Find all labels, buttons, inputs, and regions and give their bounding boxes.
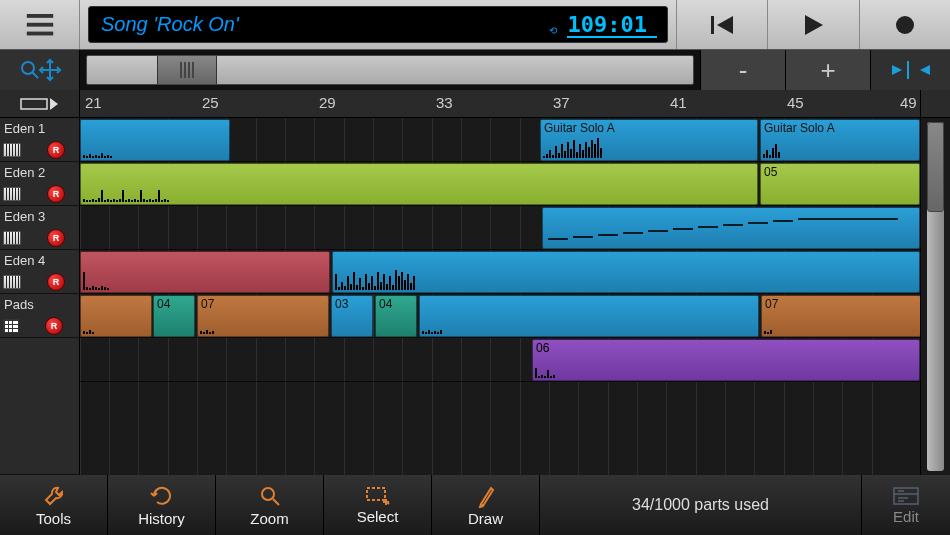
ruler-scroll-gap (920, 90, 950, 118)
clip[interactable]: 07 (197, 295, 329, 337)
svg-rect-3 (711, 16, 714, 34)
svg-rect-1 (26, 22, 52, 26)
track-header[interactable]: Eden 4 R (0, 250, 80, 294)
history-button[interactable]: History (108, 475, 216, 535)
svg-marker-5 (805, 15, 823, 35)
play-button[interactable] (767, 0, 858, 49)
clip[interactable]: 05 (760, 163, 920, 205)
svg-marker-15 (50, 98, 58, 110)
track-header[interactable]: Eden 1 R (0, 118, 80, 162)
svg-rect-18 (367, 488, 385, 500)
ruler-tick: 41 (670, 94, 687, 111)
draw-button[interactable]: Draw (432, 475, 540, 535)
record-arm-badge[interactable]: R (47, 141, 65, 159)
clip[interactable] (419, 295, 759, 337)
zoom-out-button[interactable]: - (700, 50, 785, 90)
split-view-button[interactable] (870, 50, 950, 90)
clip[interactable] (542, 207, 920, 249)
clip[interactable]: 06 (532, 339, 920, 381)
ruler-tick: 45 (787, 94, 804, 111)
svg-marker-4 (717, 16, 733, 34)
keyboard-icon (3, 275, 21, 289)
vertical-scrollbar[interactable] (920, 118, 950, 475)
record-arm-badge[interactable]: R (47, 185, 65, 203)
svg-rect-2 (26, 31, 52, 35)
svg-rect-23 (894, 488, 918, 504)
clip[interactable]: 04 (375, 295, 417, 337)
svg-line-17 (273, 499, 279, 505)
track-header-empty (0, 338, 80, 475)
scrollbar-thumb[interactable] (927, 122, 944, 212)
clip[interactable] (80, 251, 330, 293)
ruler-corner[interactable] (0, 90, 80, 118)
track-headers: Eden 1 R Eden 2 R Eden 3 R Eden 4 R Pads… (0, 118, 80, 475)
rewind-button[interactable] (676, 0, 767, 49)
keyboard-icon (3, 187, 21, 201)
svg-marker-11 (892, 65, 902, 75)
clip[interactable] (80, 119, 230, 161)
track-header[interactable]: Eden 2 R (0, 162, 80, 206)
song-display[interactable]: Song 'Rock On' ⟲ 109:01 (88, 6, 668, 43)
clip[interactable] (332, 251, 920, 293)
clip[interactable] (80, 295, 152, 337)
svg-point-6 (896, 16, 914, 34)
clip[interactable] (80, 163, 758, 205)
ruler-tick: 21 (85, 94, 102, 111)
song-title: Song 'Rock On' (101, 13, 239, 36)
edit-button[interactable]: Edit (862, 475, 950, 535)
ruler-tick: 25 (202, 94, 219, 111)
pads-icon (3, 319, 19, 333)
clip[interactable]: Guitar Solo A (760, 119, 920, 161)
status-text: 34/1000 parts used (540, 475, 862, 535)
record-button[interactable] (859, 0, 950, 49)
track-header[interactable]: Pads R (0, 294, 80, 338)
zoom-pan-tool[interactable] (0, 50, 80, 90)
clip[interactable]: 03 (331, 295, 373, 337)
svg-line-8 (32, 72, 38, 78)
record-arm-badge[interactable]: R (47, 273, 65, 291)
record-arm-badge[interactable]: R (45, 317, 63, 335)
track-header[interactable]: Eden 3 R (0, 206, 80, 250)
ruler-tick: 37 (553, 94, 570, 111)
svg-rect-14 (21, 99, 47, 109)
keyboard-icon (3, 231, 21, 245)
clip[interactable]: 07 (761, 295, 920, 337)
zoom-in-button[interactable]: + (785, 50, 870, 90)
song-position: 109:01 (568, 12, 655, 37)
menu-button[interactable] (0, 0, 80, 49)
ruler-tick: 49 (900, 94, 917, 111)
select-button[interactable]: Select (324, 475, 432, 535)
timeline-ruler[interactable]: 21 25 29 33 37 41 45 49 (80, 90, 920, 118)
ruler-tick: 33 (436, 94, 453, 111)
clip[interactable]: 04 (153, 295, 195, 337)
ruler-tick: 29 (319, 94, 336, 111)
keyboard-icon (3, 143, 21, 157)
svg-point-16 (262, 488, 274, 500)
svg-marker-13 (920, 65, 930, 75)
record-arm-badge[interactable]: R (47, 229, 65, 247)
position-underline (567, 36, 657, 38)
tools-button[interactable]: Tools (0, 475, 108, 535)
zoom-button[interactable]: Zoom (216, 475, 324, 535)
loop-icon: ⟲ (549, 25, 557, 36)
svg-rect-0 (26, 14, 52, 18)
overview-thumb[interactable] (157, 56, 217, 84)
clips-area[interactable]: Guitar Solo A Guitar Solo A 05 (80, 118, 920, 475)
song-overview[interactable] (86, 55, 694, 85)
clip[interactable]: Guitar Solo A (540, 119, 758, 161)
